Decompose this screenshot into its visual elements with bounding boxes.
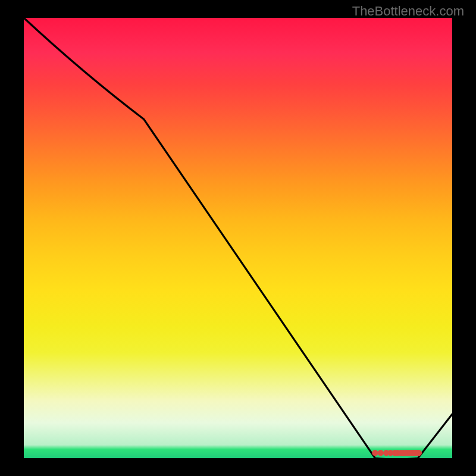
optimal-marker xyxy=(378,450,384,456)
chart-svg xyxy=(24,18,452,458)
watermark-label: TheBottleneck.com xyxy=(352,4,464,19)
optimal-marker xyxy=(372,450,378,456)
chart-frame: TheBottleneck.com xyxy=(0,0,476,476)
optimal-zone-markers xyxy=(372,450,422,456)
optimal-marker xyxy=(416,450,422,456)
bottleneck-curve xyxy=(24,18,452,459)
plot-area xyxy=(24,18,452,458)
